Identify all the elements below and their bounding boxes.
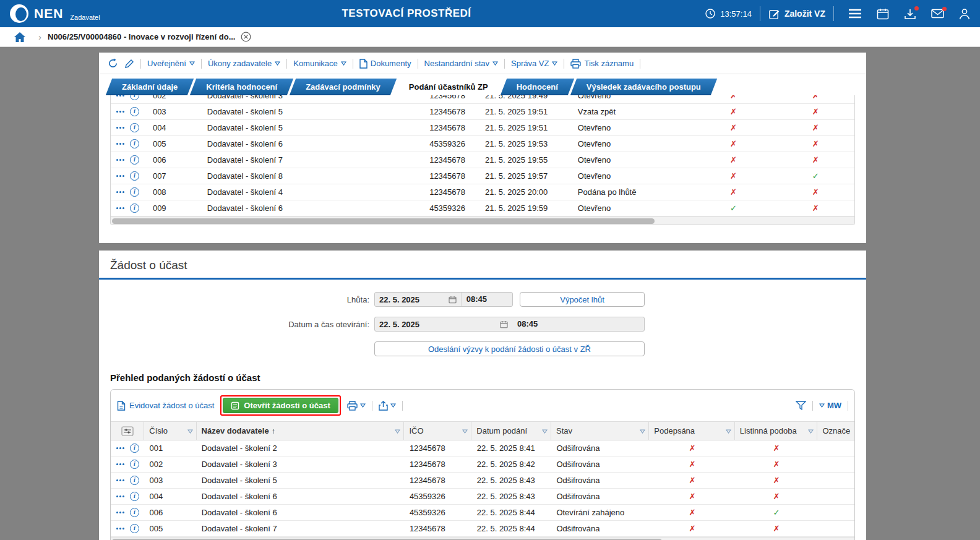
print-menu[interactable] (347, 401, 366, 411)
chevron-down-icon (360, 403, 366, 408)
user-icon[interactable] (959, 8, 970, 20)
row-info-icon[interactable]: i (130, 460, 139, 469)
download-icon[interactable] (904, 8, 916, 20)
export-menu[interactable] (379, 401, 396, 411)
menu-uverejneni[interactable]: Uveřejnění (147, 59, 195, 68)
row-menu-icon[interactable] (116, 111, 118, 113)
row-info-icon[interactable]: i (130, 187, 139, 197)
tab-podani-ucastniku-zp[interactable]: Podání účastníků ZP (396, 79, 501, 95)
table-row[interactable]: i 006 Dodavatel - školení 6 45359326 22.… (111, 505, 854, 521)
row-menu-icon[interactable] (116, 528, 118, 529)
row-info-icon[interactable]: i (130, 155, 139, 165)
menu-dokumenty[interactable]: Dokumenty (359, 59, 411, 69)
row-info-icon[interactable]: i (130, 204, 139, 213)
mw-menu[interactable]: MW (819, 401, 841, 410)
tab-vysledek[interactable]: Výsledek zadávacího postupu (574, 79, 714, 95)
row-info-icon[interactable]: i (130, 171, 139, 181)
toolbar-separator (812, 401, 813, 411)
menu-komunikace[interactable]: Komunikace (293, 59, 346, 68)
cell-nazev-dodavatele: Dodavatel - školení 6 (202, 200, 424, 216)
topbar-separator (760, 6, 760, 21)
scrollbar-thumb[interactable] (112, 218, 655, 224)
oteviranie-time-value[interactable]: 08:45 (512, 317, 644, 331)
header-cislo[interactable]: Číslo (144, 422, 196, 440)
row-info-icon[interactable]: i (130, 95, 139, 100)
filter-icon[interactable] (796, 401, 806, 410)
lhuta-datetime-input[interactable]: 22. 5. 2025 08:45 (374, 292, 513, 307)
chevron-down-icon (390, 403, 396, 408)
row-info-icon[interactable]: i (130, 444, 139, 453)
row-menu-icon[interactable] (116, 95, 118, 96)
column-settings-button[interactable] (111, 422, 144, 440)
table-row[interactable]: i 002 Dodavatel - školení 3 12345678 22.… (111, 456, 854, 473)
nen-brand[interactable]: NEN Zadavatel (10, 4, 100, 23)
row-menu-icon[interactable] (116, 495, 118, 497)
menu-tisk-zaznamu[interactable]: Tisk záznamu (570, 59, 634, 69)
row-menu-icon[interactable] (116, 191, 118, 193)
header-oznaceni[interactable]: Označe (817, 422, 854, 440)
menu-ukony-zadavatele[interactable]: Úkony zadavatele (208, 59, 280, 68)
header-podepsana[interactable]: Podepsána (649, 422, 735, 440)
table-row[interactable]: i 007 Dodavatel - školení 8 12345678 21.… (111, 168, 854, 184)
row-info-icon[interactable]: i (130, 139, 139, 148)
odeslani-vyzvy-button[interactable]: Odeslání výzvy k podání žádosti o účast … (374, 341, 645, 356)
oteviranie-date-value[interactable]: 22. 5. 2025 (379, 320, 419, 329)
row-menu-icon[interactable] (116, 159, 118, 161)
home-icon[interactable] (9, 32, 31, 43)
evidovat-zadost-button[interactable]: Evidovat žádost o účast (117, 401, 214, 411)
cell-nazev-dodavatele: Dodavatel - školení 7 (197, 521, 405, 536)
row-info-icon[interactable]: i (130, 492, 139, 501)
menu-icon[interactable] (848, 9, 862, 19)
row-menu-icon[interactable] (116, 463, 118, 465)
header-stav[interactable]: Stav (551, 422, 649, 440)
row-menu-icon[interactable] (116, 127, 118, 129)
chevron-down-icon (341, 61, 346, 66)
table-row[interactable]: i 004 Dodavatel - školení 6 45359326 22.… (111, 489, 854, 505)
row-info-icon[interactable]: i (130, 476, 139, 485)
header-listinna-podoba[interactable]: Listinná podoba (735, 422, 818, 440)
row-menu-icon[interactable] (116, 207, 118, 209)
tab-kriteria-hodnoceni[interactable]: Kritéria hodnocení (193, 79, 290, 95)
mail-icon[interactable] (931, 9, 944, 19)
table-row[interactable]: i 003 Dodavatel - školení 5 12345678 22.… (111, 473, 854, 489)
cell-podepsana: ✗ (690, 168, 776, 184)
header-nazev-dodavatele[interactable]: Název dodavatele↑ (197, 422, 405, 440)
otevrit-zadosti-button[interactable]: Otevřít žádosti o účast (223, 398, 338, 413)
oteviranie-datetime-input[interactable]: 22. 5. 2025 08:45 (374, 317, 645, 332)
table-row[interactable]: i 003 Dodavatel - školení 5 12345678 21.… (111, 104, 854, 120)
row-menu-icon[interactable] (116, 447, 118, 449)
table-row[interactable]: i 009 Dodavatel - školení 6 45359326 21.… (111, 200, 854, 216)
close-record-icon[interactable] (241, 32, 251, 42)
tab-hodnoceni[interactable]: Hodnocení (504, 79, 571, 95)
tab-zadavaci-podminky[interactable]: Zadávací podmínky (293, 79, 393, 95)
calendar-icon[interactable] (877, 8, 889, 20)
table-row[interactable]: i 004 Dodavatel - školení 5 12345678 21.… (111, 120, 854, 136)
create-vz-button[interactable]: Založit VZ (768, 8, 825, 20)
table-row[interactable]: i 005 Dodavatel - školení 7 12345678 22.… (111, 521, 854, 537)
cell-ico: 45359326 (424, 136, 480, 152)
undo-icon[interactable] (108, 58, 118, 69)
row-menu-icon[interactable] (116, 479, 118, 481)
table-row[interactable]: i 001 Dodavatel - školení 2 12345678 22.… (111, 440, 854, 456)
table-row[interactable]: i 006 Dodavatel - školení 7 12345678 21.… (111, 152, 854, 168)
row-menu-icon[interactable] (116, 143, 118, 145)
row-menu-icon[interactable] (116, 175, 118, 177)
row-menu-icon[interactable] (116, 512, 118, 513)
row-info-icon[interactable]: i (130, 123, 139, 132)
row-info-icon[interactable]: i (130, 524, 139, 533)
edit-icon[interactable] (124, 59, 134, 69)
vypocet-lhut-button[interactable]: Výpočet lhůt (520, 292, 645, 307)
row-info-icon[interactable]: i (130, 107, 139, 116)
tab-zakladni-udaje[interactable]: Základní údaje (109, 79, 191, 95)
menu-nestandardni-stav[interactable]: Nestandardní stav (424, 59, 499, 68)
table-row[interactable]: i 008 Dodavatel - školení 4 12345678 21.… (111, 184, 854, 200)
row-info-icon[interactable]: i (130, 508, 139, 517)
header-ico[interactable]: IČO (404, 422, 471, 440)
breadcrumb-record-title[interactable]: N006/25/V00004860 - Inovace v rozvoji ří… (48, 32, 235, 41)
table-row[interactable]: i 005 Dodavatel - školení 6 45359326 21.… (111, 136, 854, 152)
lhuta-time-value[interactable]: 08:45 (461, 293, 512, 306)
header-datum-podani[interactable]: Datum podání (471, 422, 551, 440)
lhuta-date-value[interactable]: 22. 5. 2025 (379, 295, 419, 304)
menu-sprava-vz[interactable]: Správa VZ (511, 59, 557, 68)
table-row[interactable]: i 002 Dodavatel - školení 3 12345678 21.… (111, 95, 854, 104)
